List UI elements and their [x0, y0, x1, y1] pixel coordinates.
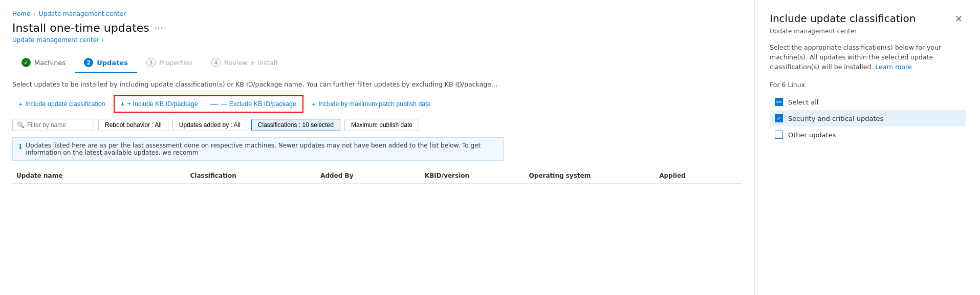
classifications-filter-chip[interactable]: Classifications : 10 selected: [251, 119, 340, 131]
table-header: Update name Classification Added By KBID…: [12, 168, 742, 184]
checkbox-select-all-box: —: [775, 98, 783, 106]
tab-properties-icon: 3: [146, 58, 156, 67]
tab-review[interactable]: 4 Review + install: [202, 53, 287, 73]
tab-updates-icon: 2: [84, 58, 93, 67]
panel-subtitle: Update management center: [770, 28, 966, 35]
toolbar: + Include update classification + + Incl…: [12, 95, 742, 113]
tab-updates[interactable]: 2 Updates: [75, 53, 137, 73]
filter-row: 🔍 Reboot behavior : All Updates added by…: [12, 119, 742, 131]
breadcrumb-home[interactable]: Home: [12, 10, 30, 17]
more-options-button[interactable]: ···: [155, 23, 163, 33]
checkbox-security-critical[interactable]: ✓ Security and critical updates: [770, 110, 966, 127]
col-applied: Applied: [655, 172, 742, 179]
checkbox-other-updates-box: [775, 131, 783, 139]
page-subtitle[interactable]: Update management center ›: [12, 36, 742, 44]
panel-description: Select the appropriate classification(s)…: [770, 43, 966, 72]
page-description: Select updates to be installed by includ…: [12, 80, 498, 88]
col-os: Operating system: [525, 172, 656, 179]
added-by-filter-chip[interactable]: Updates added by : All: [172, 119, 247, 131]
kb-actions-group: + + Include KB ID/package — — Exclude KB…: [114, 95, 303, 113]
breadcrumb-parent[interactable]: Update management center: [39, 10, 126, 17]
checkbox-select-all[interactable]: — Select all: [770, 94, 966, 110]
include-classification-button[interactable]: + Include update classification: [12, 97, 112, 111]
checkbox-list: — Select all ✓ Security and critical upd…: [770, 94, 966, 143]
plus-icon: +: [18, 100, 23, 108]
reboot-filter-chip[interactable]: Reboot behavior : All: [98, 119, 168, 131]
search-input[interactable]: [27, 121, 90, 129]
tab-review-label: Review + install: [224, 59, 277, 67]
plus-icon-3: +: [312, 100, 316, 108]
learn-more-link[interactable]: Learn more: [875, 63, 911, 71]
page-title: Install one-time updates: [12, 22, 149, 34]
classifications-filter-label: Classifications : 10 selected: [258, 121, 334, 129]
checkmark-icon: ✓: [777, 116, 781, 121]
include-classification-label: Include update classification: [25, 100, 105, 108]
page-title-row: Install one-time updates ···: [12, 22, 742, 34]
max-date-filter-chip[interactable]: Maximum publish date: [344, 119, 419, 131]
indeterminate-icon: —: [776, 99, 782, 105]
max-date-filter-label: Maximum publish date: [351, 121, 412, 129]
tab-bar: ✓ Machines 2 Updates 3 Properties 4 Revi…: [12, 53, 742, 73]
panel-header: Include update classification ✕: [770, 12, 966, 26]
filter-search-container[interactable]: 🔍: [12, 119, 94, 131]
col-update-name: Update name: [12, 172, 186, 179]
right-panel: Include update classification ✕ Update m…: [755, 0, 980, 295]
col-classification: Classification: [186, 172, 317, 179]
panel-desc-text: Select the appropriate classification(s)…: [770, 44, 941, 71]
tab-review-icon: 4: [211, 58, 221, 67]
search-icon: 🔍: [17, 121, 25, 129]
include-max-date-label: Include by maximum patch publish date: [318, 100, 431, 108]
exclude-kb-button[interactable]: — — Exclude KB ID/package: [204, 96, 302, 112]
added-by-filter-label: Updates added by : All: [179, 121, 241, 129]
tab-machines[interactable]: ✓ Machines: [12, 53, 75, 73]
plus-icon-2: +: [121, 100, 125, 108]
col-kbid: KBID/version: [421, 172, 525, 179]
linux-section-label: For 6 Linux: [770, 81, 966, 89]
exclude-kb-label: — Exclude KB ID/package: [221, 100, 296, 108]
panel-title: Include update classification: [770, 12, 916, 25]
include-max-date-button[interactable]: + Include by maximum patch publish date: [306, 97, 437, 111]
info-bar-text: Updates listed here are as per the last …: [26, 142, 497, 156]
checkbox-security-critical-label: Security and critical updates: [788, 115, 883, 122]
tab-updates-label: Updates: [97, 59, 128, 67]
checkbox-other-updates[interactable]: Other updates: [770, 127, 966, 143]
info-icon: ℹ: [19, 142, 21, 151]
tab-machines-label: Machines: [34, 59, 66, 67]
reboot-filter-label: Reboot behavior : All: [105, 121, 162, 129]
tab-properties[interactable]: 3 Properties: [137, 53, 202, 73]
breadcrumb: Home › Update management center: [12, 10, 742, 17]
minus-icon: —: [210, 99, 219, 109]
checkbox-other-updates-label: Other updates: [788, 131, 836, 139]
breadcrumb-sep1: ›: [33, 11, 35, 17]
panel-close-button[interactable]: ✕: [952, 12, 966, 26]
tab-properties-label: Properties: [159, 59, 193, 67]
include-kb-button[interactable]: + + Include KB ID/package: [115, 97, 204, 111]
col-added-by: Added By: [316, 172, 421, 179]
checkbox-security-critical-box: ✓: [775, 114, 783, 122]
include-kb-label: + Include KB ID/package: [127, 100, 198, 108]
info-bar: ℹ Updates listed here are as per the las…: [12, 137, 504, 161]
tab-machines-icon: ✓: [21, 58, 31, 67]
checkbox-select-all-label: Select all: [788, 98, 818, 106]
